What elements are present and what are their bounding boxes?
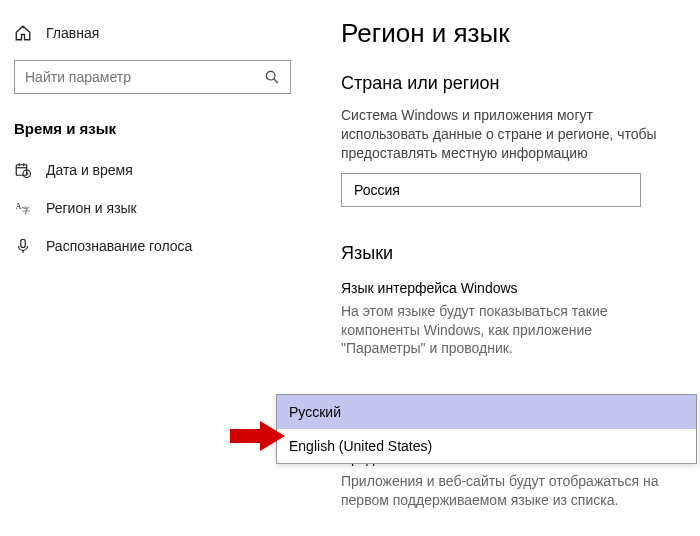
preferred-languages-description: Приложения и веб-сайты будут отображатьс… — [341, 472, 674, 510]
search-input[interactable] — [25, 69, 264, 85]
svg-point-0 — [266, 71, 275, 80]
calendar-clock-icon — [14, 161, 32, 179]
sidebar-item-home[interactable]: Главная — [0, 14, 305, 52]
language-icon: A 字 — [14, 199, 32, 217]
sidebar-item-region-language[interactable]: A 字 Регион и язык — [0, 189, 305, 227]
home-icon — [14, 24, 32, 42]
search-box[interactable] — [14, 60, 291, 94]
sidebar-item-date-time[interactable]: Дата и время — [0, 151, 305, 189]
sidebar-item-label: Распознавание голоса — [46, 238, 192, 254]
annotation-arrow-icon — [230, 419, 286, 453]
svg-line-8 — [27, 174, 29, 175]
sidebar-item-label: Дата и время — [46, 162, 133, 178]
microphone-icon — [14, 237, 32, 255]
display-language-dropdown-list[interactable]: Русский English (United States) — [276, 394, 697, 464]
sidebar-item-label: Регион и язык — [46, 200, 137, 216]
svg-line-1 — [274, 79, 278, 83]
region-heading: Страна или регион — [341, 73, 674, 94]
sidebar-item-label: Главная — [46, 25, 99, 41]
sidebar-section-header: Время и язык — [0, 112, 305, 151]
dropdown-option-english-us[interactable]: English (United States) — [277, 429, 696, 463]
dropdown-option-russian[interactable]: Русский — [277, 395, 696, 429]
region-description: Система Windows и приложения могут испол… — [341, 106, 674, 163]
svg-text:字: 字 — [22, 206, 30, 215]
region-dropdown-value: Россия — [354, 182, 400, 198]
languages-heading: Языки — [341, 243, 674, 264]
display-language-description: На этом языке будут показываться такие к… — [341, 302, 674, 359]
svg-rect-11 — [21, 239, 26, 247]
sidebar: Главная Время и язык — [0, 0, 305, 536]
page-title: Регион и язык — [341, 18, 674, 49]
svg-marker-13 — [230, 421, 285, 451]
sidebar-item-speech[interactable]: Распознавание голоса — [0, 227, 305, 265]
region-dropdown[interactable]: Россия — [341, 173, 641, 207]
display-language-heading: Язык интерфейса Windows — [341, 280, 674, 296]
svg-text:A: A — [16, 202, 22, 211]
search-icon — [264, 69, 280, 85]
